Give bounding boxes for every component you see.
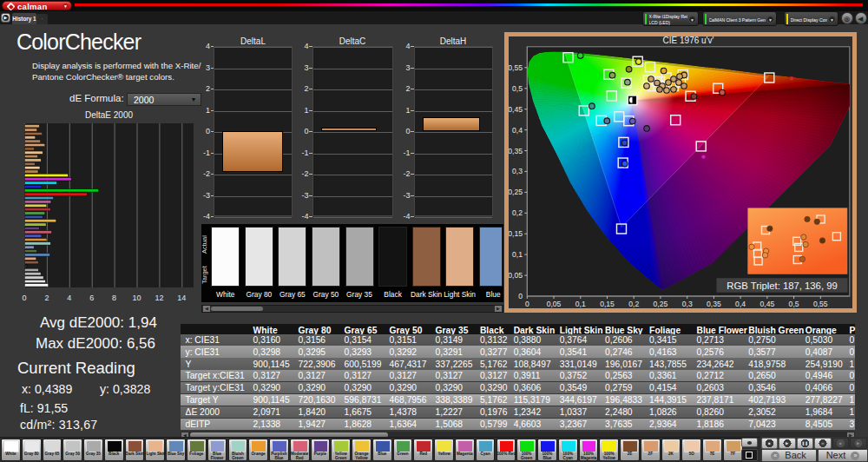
svg-text:0,5: 0,5 [789,300,799,308]
svg-text:0,35: 0,35 [707,300,721,308]
svg-text:0,4: 0,4 [512,126,523,135]
svg-text:0,5: 0,5 [512,84,523,93]
svg-text:0,35: 0,35 [509,147,523,155]
svg-text:0,15: 0,15 [509,229,523,238]
svg-text:0,2: 0,2 [512,208,523,217]
svg-text:0: 0 [525,300,529,308]
svg-text:0,4: 0,4 [735,300,746,308]
svg-text:0,55: 0,55 [813,300,828,308]
svg-text:0,2: 0,2 [628,300,639,308]
svg-text:0,45: 0,45 [509,105,523,114]
svg-text:0,05: 0,05 [547,300,562,308]
svg-text:CIE 1976 u'v': CIE 1976 u'v' [663,36,714,45]
svg-text:0,3: 0,3 [512,167,523,175]
svg-text:0,1: 0,1 [512,250,523,259]
svg-text:0,05: 0,05 [509,271,523,280]
svg-text:0,15: 0,15 [600,300,615,308]
svg-text:RGB Triplet: 187, 136, 99: RGB Triplet: 187, 136, 99 [727,280,837,291]
svg-text:0,1: 0,1 [575,300,586,308]
svg-text:0,55: 0,55 [509,63,523,72]
svg-text:0,25: 0,25 [654,300,668,308]
svg-text:0,45: 0,45 [760,300,775,308]
svg-text:0,3: 0,3 [682,300,693,308]
svg-text:0,25: 0,25 [509,188,523,196]
svg-text:0: 0 [518,292,523,300]
